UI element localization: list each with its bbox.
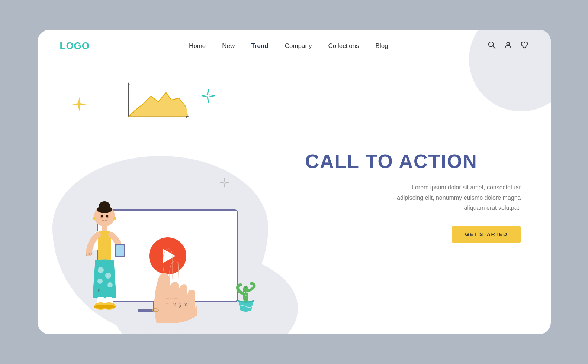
- svg-point-23: [107, 282, 113, 287]
- svg-line-1: [493, 46, 495, 49]
- svg-point-0: [488, 42, 493, 47]
- svg-point-13: [106, 215, 108, 218]
- svg-point-2: [507, 42, 509, 45]
- nav-item-company[interactable]: Company: [285, 42, 312, 50]
- svg-point-21: [105, 273, 111, 279]
- illustration-area: 6 x x x: [38, 59, 290, 334]
- character-illustration: 6 x x x: [75, 201, 134, 313]
- page-container: LOGO Home New Trend Company Collections …: [38, 30, 551, 334]
- sparkle-yellow-icon: [71, 96, 87, 116]
- svg-point-40: [246, 292, 248, 293]
- search-icon[interactable]: [488, 41, 496, 51]
- navbar: LOGO Home New Trend Company Collections …: [38, 30, 551, 59]
- heart-icon[interactable]: [520, 41, 528, 51]
- nav-item-trend[interactable]: Trend: [251, 42, 268, 50]
- svg-point-39: [244, 292, 245, 293]
- svg-point-20: [98, 267, 104, 273]
- nav-item-new[interactable]: New: [222, 42, 235, 50]
- svg-point-12: [101, 215, 103, 218]
- hero-title: CALL TO ACTION: [305, 151, 521, 172]
- sparkle-gray-icon: [220, 178, 229, 190]
- clicking-hand-illustration: x x x: [142, 241, 216, 323]
- text-area: CALL TO ACTION Lorem ipsum dolor sit ame…: [290, 59, 551, 334]
- svg-point-14: [93, 217, 96, 220]
- svg-text:x: x: [184, 302, 187, 308]
- svg-point-31: [102, 305, 116, 309]
- svg-point-22: [97, 279, 103, 284]
- svg-marker-5: [128, 82, 130, 85]
- user-icon[interactable]: [504, 41, 512, 51]
- logo: LOGO: [60, 40, 90, 52]
- svg-point-9: [97, 206, 112, 213]
- svg-text:6: 6: [98, 288, 100, 293]
- nav-links: Home New Trend Company Collections Blog: [189, 42, 388, 50]
- plant-illustration: [231, 280, 261, 314]
- main-content: 6 x x x: [38, 59, 551, 334]
- svg-text:x: x: [173, 302, 176, 308]
- cta-button[interactable]: GET STARTED: [452, 226, 521, 243]
- chart-area: [123, 81, 190, 122]
- sparkle-teal-icon: [201, 89, 215, 105]
- nav-item-blog[interactable]: Blog: [376, 42, 388, 50]
- hero-description: Lorem ipsum dolor sit amet, consectetuar…: [395, 182, 521, 213]
- svg-point-15: [113, 217, 116, 220]
- nav-item-collections[interactable]: Collections: [328, 42, 359, 50]
- nav-icons: [488, 41, 528, 51]
- nav-item-home[interactable]: Home: [189, 42, 206, 50]
- svg-rect-19: [116, 245, 124, 256]
